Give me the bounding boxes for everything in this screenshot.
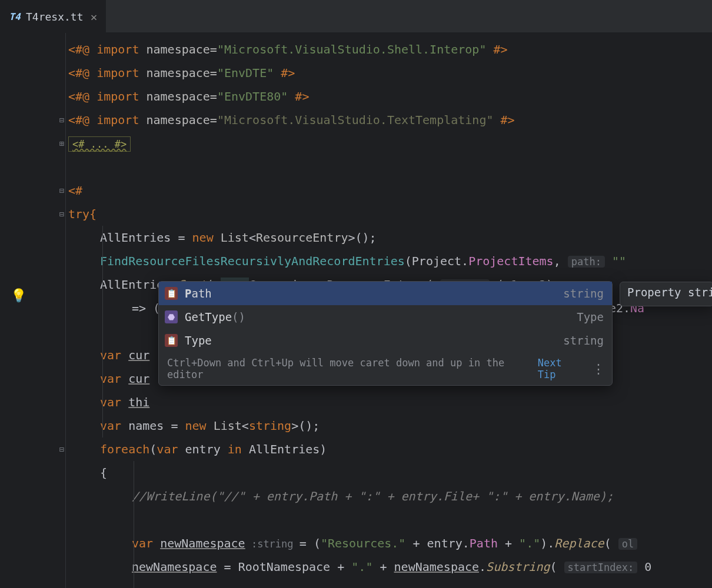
folded-region: <# ... #> xyxy=(68,136,131,152)
code-line: FindResourceFilesRecursivlyAndRecordEntr… xyxy=(66,249,712,273)
completion-type: string xyxy=(563,334,604,347)
next-tip-link[interactable]: Next Tip xyxy=(538,357,584,380)
code-line: var newNamespace :string = ("Resources."… xyxy=(66,532,712,555)
code-line: try{ xyxy=(66,202,712,226)
completion-footer: Ctrl+Down and Ctrl+Up will move caret do… xyxy=(159,352,612,385)
editor-tab[interactable]: T4 T4resx.tt × xyxy=(0,0,106,32)
lightbulb-icon[interactable]: 💡 xyxy=(11,288,26,303)
footer-hint: Ctrl+Down and Ctrl+Up will move caret do… xyxy=(167,357,530,380)
t4-file-icon: T4 xyxy=(8,11,21,24)
completion-label: Path xyxy=(185,287,556,300)
fold-expand-icon[interactable]: ⊞ xyxy=(59,132,64,155)
fold-chevron-icon[interactable]: ⊟ xyxy=(59,108,64,132)
completion-item[interactable]: 📋 Type string xyxy=(159,329,612,352)
gutter: ⊟ ⊞ ⊟ ⊟ ⊟ 💡 xyxy=(0,33,66,588)
tab-label: T4resx.tt xyxy=(26,11,84,23)
completion-type: Type xyxy=(577,310,604,323)
code-completion-popup: 📋 Path string ⬣ GetType() Type 📋 Type st… xyxy=(158,281,613,386)
completion-label: GetType() xyxy=(185,310,570,323)
close-icon[interactable]: × xyxy=(91,10,98,24)
code-line: <#@ import namespace="EnvDTE80" #> xyxy=(66,85,712,108)
method-icon: ⬣ xyxy=(165,310,178,323)
completion-type: string xyxy=(563,287,604,300)
code-line: <#@ import namespace="EnvDTE" #> xyxy=(66,61,712,85)
code-line-collapsed[interactable]: <# ... #> xyxy=(66,132,712,155)
property-icon: 📋 xyxy=(165,287,178,300)
fold-chevron-icon[interactable]: ⊟ xyxy=(59,179,64,202)
code-line: //WriteLine("//" + entry.Path + ":" + en… xyxy=(66,485,712,508)
code-line: <#@ import namespace="Microsoft.VisualSt… xyxy=(66,108,712,132)
code-line: AllEntries = new List<ResourceEntry>(); xyxy=(66,226,712,249)
code-line: foreach(var entry in AllEntries) xyxy=(66,437,712,461)
completion-item[interactable]: ⬣ GetType() Type xyxy=(159,305,612,329)
code-line: var names = new List<string>(); xyxy=(66,414,712,437)
completion-item[interactable]: 📋 Path string xyxy=(159,282,612,305)
fold-chevron-icon[interactable]: ⊟ xyxy=(59,437,64,461)
code-line: var thi xyxy=(66,390,712,414)
fold-chevron-icon[interactable]: ⊟ xyxy=(59,202,64,226)
property-icon: 📋 xyxy=(165,334,178,347)
completion-label: Type xyxy=(185,334,556,347)
code-line: <# xyxy=(66,179,712,202)
code-line: newNamespace = RootNamespace + "." + new… xyxy=(66,555,712,579)
doc-text: Property stri xyxy=(627,286,712,299)
more-options-icon[interactable]: ⋮ xyxy=(592,362,604,376)
quick-documentation-popup: Property stri xyxy=(620,282,712,306)
tab-bar: T4 T4resx.tt × xyxy=(0,0,712,33)
code-line: { xyxy=(66,461,712,485)
code-line: <#@ import namespace="Microsoft.VisualSt… xyxy=(66,38,712,61)
